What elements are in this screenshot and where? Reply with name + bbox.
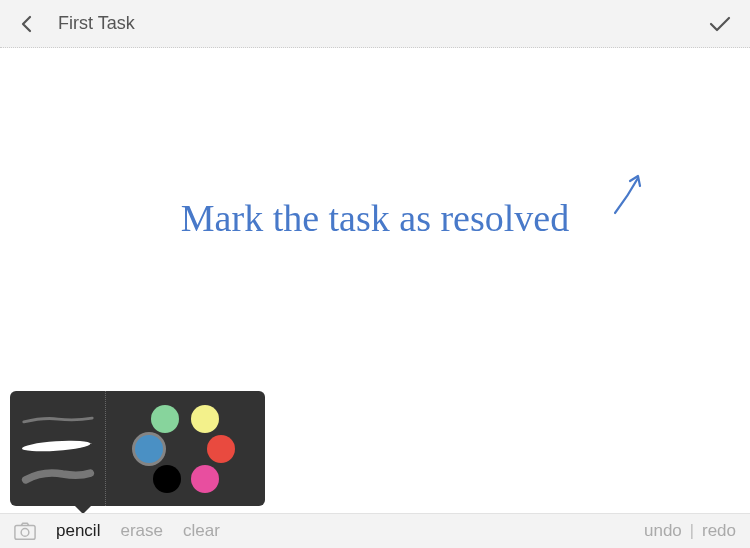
color-picker bbox=[106, 391, 265, 506]
header-left: First Task bbox=[18, 13, 135, 34]
camera-icon bbox=[14, 521, 36, 541]
confirm-button[interactable] bbox=[708, 12, 732, 36]
bottom-toolbar: pencil erase clear undo | redo bbox=[0, 513, 750, 548]
color-yellow[interactable] bbox=[191, 405, 219, 433]
toolbar-left: pencil erase clear bbox=[14, 521, 220, 541]
toolbar-right: undo | redo bbox=[644, 521, 736, 541]
header: First Task bbox=[0, 0, 750, 48]
svg-point-0 bbox=[21, 440, 90, 453]
toolbar-divider: | bbox=[690, 522, 694, 540]
svg-rect-1 bbox=[15, 526, 35, 540]
brush-thin[interactable] bbox=[20, 414, 96, 426]
pencil-popover bbox=[10, 391, 265, 506]
arrow-icon bbox=[610, 168, 650, 218]
undo-button[interactable]: undo bbox=[644, 521, 682, 541]
brush-medium[interactable] bbox=[20, 440, 96, 454]
chevron-left-icon bbox=[21, 15, 33, 33]
clear-tool[interactable]: clear bbox=[183, 521, 220, 541]
color-blue[interactable] bbox=[135, 435, 163, 463]
checkmark-icon bbox=[709, 15, 731, 33]
erase-tool[interactable]: erase bbox=[120, 521, 163, 541]
brush-thick[interactable] bbox=[20, 468, 96, 484]
color-pink[interactable] bbox=[191, 465, 219, 493]
brush-size-picker bbox=[10, 391, 106, 506]
camera-button[interactable] bbox=[14, 522, 36, 540]
pencil-tool[interactable]: pencil bbox=[56, 521, 100, 541]
svg-point-2 bbox=[21, 529, 29, 537]
color-green[interactable] bbox=[151, 405, 179, 433]
color-red[interactable] bbox=[207, 435, 235, 463]
page-title: First Task bbox=[58, 13, 135, 34]
annotation-arrow bbox=[610, 168, 650, 222]
redo-button[interactable]: redo bbox=[702, 521, 736, 541]
color-wheel bbox=[131, 399, 241, 499]
back-button[interactable] bbox=[18, 15, 36, 33]
color-black[interactable] bbox=[153, 465, 181, 493]
